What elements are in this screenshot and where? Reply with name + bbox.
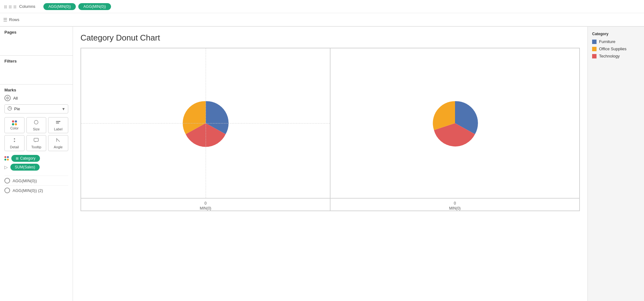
- svg-point-9: [14, 141, 15, 142]
- size-label: Size: [33, 127, 40, 131]
- marks-title: Marks: [4, 88, 68, 92]
- canvas: Category Donut Chart: [73, 27, 587, 301]
- sum-sales-pill-row: ▷ SUM(Sales): [4, 164, 68, 171]
- agg-1-label: AGG(MIN(0)): [13, 178, 37, 183]
- axis-value-2: 0: [454, 201, 456, 205]
- pages-title: Pages: [4, 30, 68, 35]
- size-button[interactable]: Size: [26, 117, 47, 133]
- svg-rect-7: [56, 123, 59, 123]
- marks-all-row: All: [4, 95, 68, 101]
- axis-label-2: MIN(0): [449, 206, 461, 211]
- sum-sales-pill[interactable]: SUM(Sales): [10, 164, 40, 171]
- marks-section: Marks All Pie ▼: [0, 85, 73, 301]
- marks-all-icon: [4, 95, 11, 101]
- pie-selector-icon: [7, 106, 12, 112]
- legend-label-furniture: Furniture: [599, 39, 615, 44]
- filters-section: Filters: [0, 56, 73, 85]
- category-pill-icon: [4, 156, 9, 161]
- label-icon: [55, 119, 61, 126]
- pie-svg-2: [428, 96, 482, 150]
- tooltip-label: Tooltip: [31, 145, 42, 149]
- legend-title: Category: [592, 32, 640, 36]
- color-dots-icon: [12, 120, 17, 125]
- columns-label: Columns: [19, 4, 35, 9]
- legend-item-office-supplies: Office Supplies: [592, 47, 640, 51]
- agg-2-label: AGG(MIN(0)) (2): [13, 188, 43, 193]
- detail-icon: [12, 137, 17, 144]
- color-button[interactable]: Color: [4, 117, 25, 133]
- detail-button[interactable]: Detail: [4, 135, 25, 151]
- axis-value-1: 0: [204, 201, 207, 205]
- rows-icon: ☰: [3, 17, 7, 23]
- rows-shelf: ☰ Rows: [0, 13, 644, 26]
- tooltip-icon: [33, 137, 39, 144]
- agg-2-icon: [4, 188, 10, 193]
- category-pill-label: Category: [20, 156, 36, 161]
- right-legend: Category Furniture Office Supplies Techn…: [587, 27, 644, 301]
- legend-label-office-supplies: Office Supplies: [599, 47, 626, 51]
- filters-title: Filters: [4, 59, 68, 63]
- marks-all-label: All: [13, 96, 18, 101]
- left-sidebar: Pages Filters Marks All Pie ▼: [0, 27, 73, 301]
- pie-chart-2: [330, 48, 580, 198]
- columns-pill-1[interactable]: AGG(MIN(0)): [43, 3, 76, 10]
- legend-color-office-supplies: [592, 47, 597, 51]
- size-icon: [33, 119, 39, 126]
- label-label: Label: [54, 127, 63, 131]
- category-pill[interactable]: ⊞ Category: [11, 155, 40, 162]
- pages-content: [4, 36, 68, 52]
- pie-type-selector[interactable]: Pie ▼: [4, 104, 68, 113]
- tooltip-button[interactable]: Tooltip: [26, 135, 47, 151]
- angle-label: Angle: [54, 145, 63, 149]
- agg-row-1: AGG(MIN(0)): [4, 176, 68, 185]
- angle-button[interactable]: Angle: [48, 135, 68, 151]
- axis-cell-2: 0 MIN(0): [330, 198, 580, 211]
- pie-chart-1: [81, 48, 330, 198]
- columns-shelf: ⫼⫼⫼ Columns AGG(MIN(0)) AGG(MIN(0)): [0, 0, 644, 13]
- chart-area: 0 MIN(0) 0 MIN(0): [80, 48, 580, 211]
- pie-selector-arrow[interactable]: ▼: [62, 107, 65, 111]
- svg-rect-6: [56, 121, 60, 122]
- marks-pills: ⊞ Category ▷ SUM(Sales): [4, 155, 68, 171]
- rows-label: Rows: [9, 17, 19, 22]
- legend-label-technology: Technology: [599, 54, 620, 58]
- angle-icon: [55, 137, 61, 144]
- color-label: Color: [10, 126, 19, 130]
- agg-1-icon: [4, 178, 10, 183]
- agg-row-2: AGG(MIN(0)) (2): [4, 185, 68, 195]
- label-button[interactable]: Label: [48, 117, 68, 133]
- svg-rect-10: [34, 138, 38, 141]
- columns-pill-2[interactable]: AGG(MIN(0)): [78, 3, 111, 10]
- legend-item-technology: Technology: [592, 54, 640, 58]
- detail-label: Detail: [10, 145, 19, 149]
- marks-buttons-grid: Color Size Label: [4, 117, 68, 151]
- pages-section: Pages: [0, 27, 73, 56]
- sum-sales-pill-label: SUM(Sales): [15, 165, 35, 169]
- pie-svg-1: [179, 96, 232, 150]
- legend-color-furniture: [592, 40, 597, 44]
- filters-content: [4, 65, 68, 81]
- category-pill-row: ⊞ Category: [4, 155, 68, 162]
- axis-cell-1: 0 MIN(0): [81, 198, 330, 211]
- category-pill-plus-icon: ⊞: [16, 156, 19, 161]
- pie-selector-label: Pie: [14, 107, 60, 111]
- axis-label-1: MIN(0): [200, 206, 211, 211]
- legend-item-furniture: Furniture: [592, 39, 640, 44]
- chart-title: Category Donut Chart: [80, 33, 580, 43]
- sum-sales-pill-icon: ▷: [4, 165, 8, 170]
- legend-color-technology: [592, 54, 597, 58]
- columns-icon: ⫼⫼⫼: [3, 4, 17, 9]
- svg-point-8: [14, 138, 15, 140]
- svg-point-5: [34, 120, 38, 124]
